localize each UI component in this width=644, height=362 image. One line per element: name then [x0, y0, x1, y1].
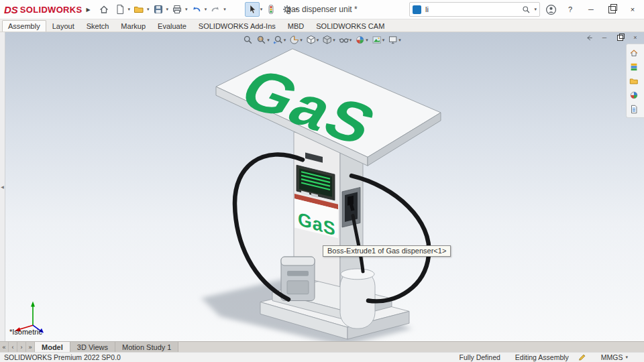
model-scene[interactable]: GaS GaS — [0, 32, 644, 341]
open-button[interactable] — [131, 2, 146, 17]
featuremanager-collapsed-strip[interactable]: ◀ — [0, 32, 5, 341]
view-settings-button[interactable]: ▾ — [386, 34, 402, 46]
select-tool-button[interactable] — [245, 2, 260, 17]
pump-cabinet-box[interactable] — [281, 257, 315, 300]
pane-back-button[interactable] — [584, 33, 594, 42]
units-caret-icon[interactable]: ▾ — [625, 355, 628, 360]
view-orientation-button[interactable]: ▾ — [305, 34, 321, 46]
redo-caret-icon[interactable]: ▾ — [223, 7, 226, 12]
tab-model[interactable]: Model — [35, 342, 70, 352]
menu-expand-arrow-icon[interactable]: ▶ — [86, 7, 90, 13]
nozzle[interactable] — [347, 196, 354, 206]
hide-show-caret-icon[interactable]: ▾ — [350, 38, 352, 43]
tab-assembly[interactable]: Assembly — [2, 20, 46, 32]
new-document-button[interactable] — [113, 2, 127, 17]
apply-scene-caret-icon[interactable]: ▾ — [382, 38, 385, 43]
display-style-button[interactable]: ▾ — [321, 34, 337, 46]
undo-button[interactable] — [189, 2, 204, 17]
tab-solidworks-add-ins[interactable]: SOLIDWORKS Add-Ins — [193, 20, 282, 32]
print-icon — [172, 4, 182, 15]
save-icon — [153, 4, 164, 15]
hide-show-items-button[interactable]: ▾ — [337, 34, 354, 46]
zoom-fit-button[interactable] — [241, 34, 254, 46]
select-caret-icon[interactable]: ▾ — [260, 7, 263, 12]
apply-scene-button[interactable]: ▾ — [370, 34, 386, 46]
tab-3d-views[interactable]: 3D Views — [70, 342, 115, 352]
minimize-button[interactable]: ─ — [582, 2, 600, 17]
doc-close-button[interactable]: × — [630, 33, 641, 42]
edit-appearance-caret-icon[interactable]: ▾ — [366, 38, 368, 43]
home-icon — [99, 4, 109, 15]
print-button[interactable] — [170, 2, 184, 17]
pencil-icon — [578, 353, 586, 361]
close-button[interactable]: × — [624, 2, 641, 17]
hose-dock-cylinder[interactable] — [340, 269, 375, 328]
save-button[interactable] — [151, 2, 166, 17]
search-box[interactable]: ▾ — [409, 2, 540, 17]
restore-button[interactable] — [603, 2, 621, 17]
save-caret-icon[interactable]: ▾ — [166, 7, 169, 12]
taskpane-resources-button[interactable] — [628, 47, 639, 58]
task-pane-strip — [626, 44, 644, 118]
titlebar: DS SOLIDWORKS ▶ ▾ ▾ ▾ ▾ ▾ ▾ ▾ — [0, 0, 644, 19]
previous-view-caret-icon[interactable]: ▾ — [284, 38, 286, 43]
file-explorer-folder-icon — [629, 76, 639, 86]
heads-up-view-toolbar: ▾ ▾ ▾ ▾ ▾ ▾ ▾ — [241, 34, 402, 46]
taskpane-design-library-button[interactable] — [628, 61, 639, 72]
search-scope-icon[interactable] — [413, 5, 421, 14]
doc-restore-button[interactable] — [614, 33, 625, 42]
display-style-caret-icon[interactable]: ▾ — [333, 38, 335, 43]
solidworks-logo: DS SOLIDWORKS ▶ — [4, 4, 91, 15]
view-settings-caret-icon[interactable]: ▾ — [398, 38, 401, 43]
commandmanager-tab-bar: Assembly Layout Sketch Markup Evaluate S… — [0, 19, 644, 32]
document-title: gas dispenser unit * — [286, 5, 357, 14]
section-view-button[interactable]: ▾ — [288, 34, 304, 46]
tab-layout[interactable]: Layout — [46, 20, 80, 32]
taskpane-custom-properties-button[interactable] — [628, 103, 639, 115]
appearance-ball-icon — [355, 35, 365, 45]
taskpane-appearances-button[interactable] — [628, 89, 639, 101]
view-cube-icon — [306, 35, 316, 45]
solidworks-window: DS SOLIDWORKS ▶ ▾ ▾ ▾ ▾ ▾ ▾ ▾ — [0, 0, 644, 362]
tab-scroll-prev-button[interactable]: ‹ — [9, 342, 17, 352]
user-account-icon — [545, 4, 557, 15]
rebuild-button[interactable] — [264, 2, 278, 17]
undo-caret-icon[interactable]: ▾ — [205, 7, 207, 12]
graphics-area[interactable]: GaS GaS — [0, 32, 644, 341]
previous-view-button[interactable]: ▾ — [272, 34, 288, 46]
redo-button[interactable] — [208, 2, 223, 17]
tab-markup[interactable]: Markup — [115, 20, 152, 32]
section-view-caret-icon[interactable]: ▾ — [300, 38, 303, 43]
search-input[interactable] — [424, 5, 519, 14]
tab-evaluate[interactable]: Evaluate — [152, 20, 193, 32]
sign-in-button[interactable] — [543, 2, 558, 17]
print-caret-icon[interactable]: ▾ — [185, 7, 188, 12]
home-button[interactable] — [97, 2, 111, 17]
redo-icon — [210, 4, 221, 15]
taskpane-file-explorer-button[interactable] — [628, 75, 639, 86]
view-orientation-caret-icon[interactable]: ▾ — [317, 38, 319, 43]
zoom-area-button[interactable]: ▾ — [255, 34, 271, 46]
new-caret-icon[interactable]: ▾ — [128, 7, 131, 12]
tab-scroll-first-button[interactable]: « — [0, 342, 9, 352]
tab-motion-study-1[interactable]: Motion Study 1 — [115, 342, 178, 352]
tab-scroll-last-button[interactable]: » — [26, 342, 35, 352]
zoom-area-caret-icon[interactable]: ▾ — [267, 38, 270, 43]
zoom-area-icon — [256, 35, 266, 45]
appearances-ball-icon — [629, 90, 639, 100]
search-icon[interactable] — [522, 5, 531, 14]
editing-mode-label: Editing Assembly — [515, 353, 569, 361]
tab-sketch[interactable]: Sketch — [80, 20, 115, 32]
search-caret-icon[interactable]: ▾ — [534, 7, 537, 12]
tab-mbd[interactable]: MBD — [282, 20, 310, 32]
arrow-left-icon — [586, 34, 593, 42]
units-selector[interactable]: MMGS — [601, 353, 623, 361]
panel-collapse-arrow-icon[interactable]: ◀ — [1, 184, 4, 189]
tab-solidworks-cam[interactable]: SOLIDWORKS CAM — [310, 20, 390, 32]
tab-scroll-next-button[interactable]: › — [17, 342, 26, 352]
help-button[interactable]: ? — [561, 2, 579, 17]
edit-appearance-button[interactable]: ▾ — [354, 34, 370, 46]
open-caret-icon[interactable]: ▾ — [147, 7, 150, 12]
doc-restore-icon — [617, 35, 623, 41]
doc-minimize-button[interactable]: ─ — [599, 33, 610, 42]
